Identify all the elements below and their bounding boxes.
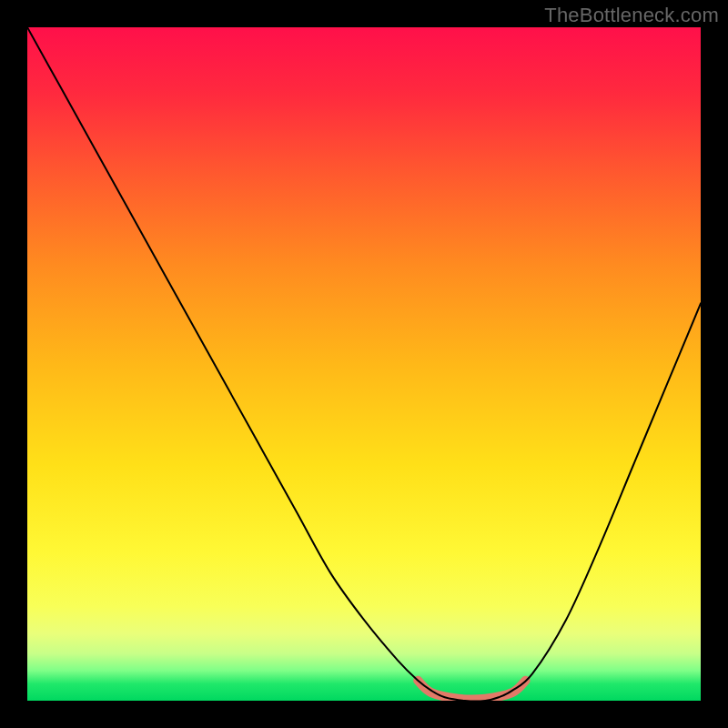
gradient-background — [27, 27, 701, 701]
plot-svg — [27, 27, 701, 701]
watermark-text: TheBottleneck.com — [544, 4, 719, 27]
plot-area — [27, 27, 701, 701]
chart-container: TheBottleneck.com — [0, 0, 728, 728]
